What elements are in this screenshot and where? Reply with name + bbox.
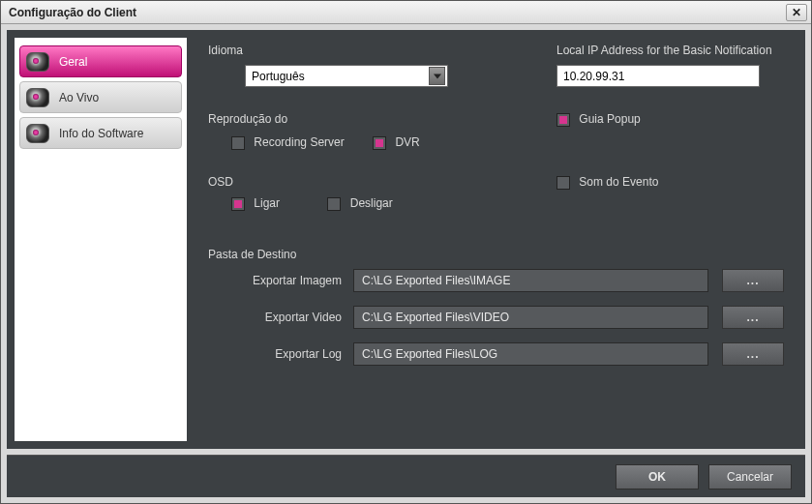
recording-server-checkbox[interactable]	[231, 136, 245, 150]
osd-on-checkbox[interactable]	[231, 197, 245, 211]
dest-section-label: Pasta de Destino	[208, 248, 784, 261]
sidebar-item-label: Ao Vivo	[59, 91, 99, 104]
cancel-button[interactable]: Cancelar	[708, 464, 792, 489]
osd-off-checkbox[interactable]	[327, 197, 341, 211]
sidebar-item-general[interactable]: Geral	[19, 45, 182, 77]
guide-popup-checkbox[interactable]	[556, 113, 570, 127]
export-log-path[interactable]: C:\LG Exported Files\LOG	[353, 342, 708, 366]
language-label: Idioma	[208, 44, 556, 57]
export-image-path[interactable]: C:\LG Exported Files\IMAGE	[353, 269, 708, 292]
sidebar: Geral Ao Vivo Info do Software	[15, 38, 187, 441]
ip-value: 10.20.99.31	[563, 70, 624, 83]
export-image-value: C:\LG Exported Files\IMAGE	[362, 274, 510, 287]
ellipsis-icon: ...	[746, 311, 759, 324]
ok-label: OK	[648, 470, 666, 484]
ellipsis-icon: ...	[746, 274, 759, 287]
recording-server-label: Recording Server	[254, 135, 344, 149]
dvr-label: DVR	[395, 135, 419, 149]
export-video-label: Exportar Video	[208, 311, 353, 324]
sidebar-item-label: Geral	[59, 55, 87, 69]
dvr-checkbox[interactable]	[373, 136, 386, 150]
export-video-value: C:\LG Exported Files\VIDEO	[362, 311, 509, 324]
event-sound-checkbox[interactable]	[556, 176, 570, 190]
event-sound-label: Som do Evento	[579, 175, 658, 189]
osd-on-label: Ligar	[254, 196, 280, 210]
camera-icon	[26, 52, 49, 72]
reproduction-label: Reprodução do	[208, 112, 556, 126]
osd-off-label: Desligar	[350, 196, 393, 210]
cancel-label: Cancelar	[727, 470, 773, 484]
camera-icon	[26, 88, 49, 107]
dialog-footer: OK Cancelar	[7, 455, 805, 497]
dialog-window: Configuração do Client ✕ Geral Ao Vivo I…	[0, 0, 812, 504]
ip-label: Local IP Address for the Basic Notificat…	[556, 44, 784, 57]
guide-popup-label: Guia Popup	[579, 112, 640, 126]
ok-button[interactable]: OK	[616, 464, 699, 489]
dialog-body: Geral Ao Vivo Info do Software Idioma Po…	[7, 30, 805, 449]
language-selected: Português	[252, 70, 305, 83]
language-dropdown[interactable]: Português	[245, 65, 448, 87]
export-log-value: C:\LG Exported Files\LOG	[362, 347, 497, 361]
export-log-label: Exportar Log	[208, 347, 353, 361]
content-general: Idioma Português Local IP Address for th…	[187, 30, 805, 449]
sidebar-item-software-info[interactable]: Info do Software	[19, 117, 182, 149]
osd-label: OSD	[208, 175, 556, 189]
browse-log-button[interactable]: ...	[722, 342, 784, 366]
ip-input[interactable]: 10.20.99.31	[556, 65, 760, 87]
close-icon: ✕	[792, 6, 801, 19]
titlebar: Configuração do Client ✕	[1, 1, 811, 24]
export-video-path[interactable]: C:\LG Exported Files\VIDEO	[353, 306, 708, 329]
export-image-label: Exportar Imagem	[208, 274, 353, 287]
sidebar-item-label: Info do Software	[59, 127, 143, 140]
camera-icon	[26, 124, 49, 143]
chevron-down-icon	[429, 67, 445, 85]
window-title: Configuração do Client	[9, 6, 136, 19]
browse-image-button[interactable]: ...	[722, 269, 784, 292]
sidebar-item-live[interactable]: Ao Vivo	[19, 81, 182, 113]
close-button[interactable]: ✕	[786, 4, 807, 21]
ellipsis-icon: ...	[746, 347, 759, 361]
browse-video-button[interactable]: ...	[722, 306, 784, 329]
